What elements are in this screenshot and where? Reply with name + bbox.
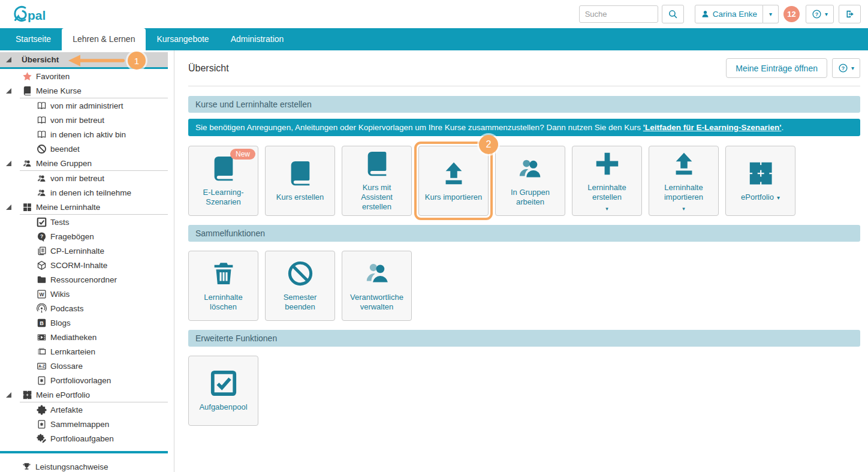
trophy-icon bbox=[22, 462, 32, 472]
sidebar-item-meine-kurse[interactable]: Meine Kurse bbox=[0, 83, 168, 98]
sidebar-item-tests[interactable]: Tests bbox=[0, 215, 168, 229]
tab-label: Startseite bbox=[16, 34, 51, 44]
sidebar-item-podcasts[interactable]: Podcasts bbox=[0, 301, 168, 315]
tree-expander-icon[interactable] bbox=[6, 205, 11, 210]
tile-label: Kurs mit Assistent erstellen bbox=[346, 183, 408, 212]
header-actions: Carina Enke ▾ 12 ▾ bbox=[579, 5, 861, 23]
section-header-label: Sammelfunktionen bbox=[195, 229, 265, 238]
logout-icon bbox=[845, 9, 855, 19]
open-entries-button[interactable]: Meine Einträge öffnen bbox=[726, 58, 827, 78]
sidebar-item-favoriten[interactable]: Favoriten bbox=[0, 69, 168, 83]
sidebar-item-label: von mir betreut bbox=[50, 174, 104, 183]
user-menu-caret-button[interactable]: ▾ bbox=[763, 5, 779, 23]
caret-down-icon: ▾ bbox=[825, 11, 828, 17]
tile-label: Lerninhalte löschen bbox=[192, 293, 254, 312]
sidebar-item-artefakte[interactable]: Artefakte bbox=[0, 402, 168, 417]
section-header: Sammelfunktionen bbox=[188, 225, 860, 242]
sidebar-item-ressourcenordner[interactable]: Ressourcenordner bbox=[0, 272, 168, 287]
sidebar-item-von-mir-betreut[interactable]: von mir betreut bbox=[0, 171, 168, 185]
expander-icon bbox=[6, 57, 11, 62]
sidebar-item-label: Favoriten bbox=[36, 72, 70, 81]
notification-badge[interactable]: 12 bbox=[783, 6, 800, 22]
tile-aufgabenpool[interactable]: Aufgabenpool bbox=[188, 356, 258, 426]
tile-e-learning-szenarien[interactable]: NewE-Learning-Szenarien bbox=[188, 146, 258, 216]
tab-lehren-lernen[interactable]: Lehren & Lernen bbox=[62, 28, 146, 50]
sidebar-item-in-denen-ich-aktiv-bin[interactable]: in denen ich aktiv bin bbox=[0, 127, 168, 142]
sidebar-divider bbox=[0, 451, 168, 453]
sidebar-item-meine-gruppen[interactable]: Meine Gruppen bbox=[0, 156, 168, 170]
upload-icon bbox=[670, 150, 698, 178]
opal-logo[interactable]: pal bbox=[10, 4, 48, 25]
sidebar-item-meine-lerninhalte[interactable]: Meine Lerninhalte bbox=[0, 200, 168, 214]
tile-lerninhalte-loschen[interactable]: Lerninhalte löschen bbox=[188, 251, 258, 321]
sidebar-item-beendet[interactable]: beendet bbox=[0, 142, 168, 156]
sidebar-item-sammelmappen[interactable]: Sammelmappen bbox=[0, 417, 168, 431]
sidebar-item-label: Übersicht bbox=[22, 55, 59, 64]
tile-in-gruppen-arbeiten[interactable]: In Gruppen arbeiten bbox=[495, 146, 565, 216]
logout-button[interactable] bbox=[839, 5, 861, 23]
tile-lerninhalte-importieren[interactable]: Lerninhalte importieren▾ bbox=[649, 146, 719, 216]
caret-down-icon: ▾ bbox=[769, 11, 772, 17]
user-name: Carina Enke bbox=[713, 10, 757, 19]
sidebar-item-in-denen-ich-teilnehme[interactable]: in denen ich teilnehme bbox=[0, 185, 168, 200]
sidebar-item-leistungsnachweise[interactable]: Leistungsnachweise bbox=[0, 459, 168, 472]
sidebar-item-ubersicht[interactable]: Übersicht bbox=[0, 52, 168, 69]
help-button[interactable]: ▾ bbox=[806, 5, 834, 23]
new-badge: New bbox=[230, 149, 255, 160]
sidebar-item-von-mir-administriert[interactable]: von mir administriert bbox=[0, 98, 168, 113]
sidebar-item-label: Lernkarteien bbox=[50, 347, 95, 356]
sidebar-item-glossare[interactable]: Glossare bbox=[0, 359, 168, 373]
sidebar-item-label: von mir betreut bbox=[50, 116, 104, 125]
tile-label: E-Learning-Szenarien bbox=[192, 188, 254, 207]
sidebar-item-lernkarteien[interactable]: Lernkarteien bbox=[0, 344, 168, 359]
page-help-button[interactable]: ▾ bbox=[832, 58, 860, 78]
sidebar-item-blogs[interactable]: Blogs bbox=[0, 315, 168, 330]
tile-kurs-erstellen[interactable]: Kurs erstellen bbox=[265, 146, 335, 216]
book-icon bbox=[287, 160, 314, 187]
tile-kurs-importieren[interactable]: 2Kurs importieren bbox=[418, 146, 489, 216]
tile-kurs-mit-assistent-erstellen[interactable]: Kurs mit Assistent erstellen bbox=[342, 146, 412, 216]
sidebar-item-portfolioaufgaben[interactable]: Portfolioaufgaben bbox=[0, 431, 168, 446]
sidebar-item-von-mir-betreut[interactable]: von mir betreut bbox=[0, 113, 168, 127]
tab-administration[interactable]: Administration bbox=[220, 28, 295, 50]
folder-icon bbox=[37, 275, 47, 285]
opal-logo-text: pal bbox=[28, 8, 46, 22]
tree-expander-icon[interactable] bbox=[6, 392, 11, 398]
tile-label-text: In Gruppen arbeiten bbox=[511, 188, 550, 206]
banner-link[interactable]: 'Leitfaden für E-Learning-Szenarien' bbox=[643, 123, 782, 132]
users-icon bbox=[37, 173, 47, 184]
tree-expander-icon[interactable] bbox=[6, 88, 11, 94]
top-header: pal Carina Enke ▾ 12 ▾ bbox=[0, 0, 868, 28]
sidebar-item-portfoliovorlagen[interactable]: Portfoliovorlagen bbox=[0, 373, 168, 387]
tile-eportfolio[interactable]: ePortfolio▾ bbox=[725, 146, 795, 216]
tree-expander-icon[interactable] bbox=[6, 161, 11, 166]
tile-label-text: Kurs mit Assistent erstellen bbox=[361, 183, 393, 211]
sidebar-item-cp-lerninhalte[interactable]: CP-Lerninhalte bbox=[0, 243, 168, 258]
sidebar-item-label: Tests bbox=[50, 218, 70, 227]
film-icon bbox=[37, 332, 47, 342]
search-input[interactable] bbox=[579, 5, 658, 23]
book-icon bbox=[22, 86, 32, 96]
sidebar-item-mediatheken[interactable]: Mediatheken bbox=[0, 330, 168, 344]
sidebar-item-fragebogen[interactable]: Fragebögen bbox=[0, 229, 168, 243]
tab-kursangebote[interactable]: Kursangebote bbox=[146, 28, 219, 50]
tab-startseite[interactable]: Startseite bbox=[5, 28, 62, 50]
search-button[interactable] bbox=[662, 5, 684, 23]
users-icon bbox=[22, 158, 32, 169]
user-menu-button[interactable]: Carina Enke bbox=[695, 5, 763, 23]
tile-lerninhalte-erstellen[interactable]: Lerninhalte erstellen▾ bbox=[572, 146, 642, 216]
tile-verantwortliche-verwalten[interactable]: Verantwortliche verwalten bbox=[342, 251, 412, 321]
blog-icon bbox=[37, 318, 47, 328]
tile-label-text: Lerninhalte importieren bbox=[664, 183, 703, 202]
person-duo-icon bbox=[363, 260, 391, 287]
sidebar-item-scorm-inhalte[interactable]: SCORM-Inhalte bbox=[0, 258, 168, 272]
tile-semester-beenden[interactable]: Semester beenden bbox=[265, 251, 335, 321]
sidebar-item-wikis[interactable]: Wikis bbox=[0, 287, 168, 301]
sidebar-item-mein-eportfolio[interactable]: Mein ePortfolio bbox=[0, 387, 168, 402]
expander-icon bbox=[6, 88, 11, 94]
tree-expander-icon[interactable] bbox=[6, 57, 11, 62]
puzzle-pencil-icon bbox=[37, 434, 47, 444]
sidebar-item-label: Meine Gruppen bbox=[36, 159, 92, 168]
sidebar-item-label: Portfolioaufgaben bbox=[50, 434, 114, 443]
sidebar-item-label: Glossare bbox=[50, 362, 83, 371]
